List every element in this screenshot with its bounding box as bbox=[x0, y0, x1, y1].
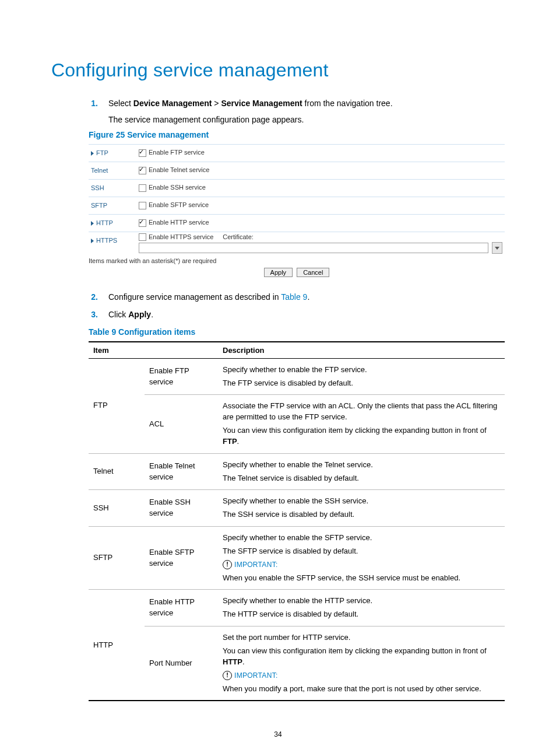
enable-https-label: Enable HTTPS service bbox=[149, 233, 213, 240]
group-ssh: SSH bbox=[89, 490, 145, 527]
desc-sftp-1: Specify whether to enable the SFTP servi… bbox=[223, 533, 500, 544]
step-1-frag-d: Service Management bbox=[221, 99, 302, 108]
item-enable-ssh: Enable SSH service bbox=[145, 490, 218, 527]
item-enable-sftp: Enable SFTP service bbox=[145, 527, 218, 590]
expand-icon[interactable] bbox=[91, 221, 94, 226]
service-management-panel: FTP Enable FTP service Telnet Enable Tel… bbox=[89, 144, 505, 278]
http-row-label[interactable]: HTTP bbox=[91, 219, 139, 226]
desc-sftp-3: When you enable the SFTP service, the SS… bbox=[223, 573, 500, 584]
desc-ssh-2: The SSH service is disabled by default. bbox=[223, 509, 500, 520]
enable-sftp-label: Enable SFTP service bbox=[149, 201, 209, 208]
enable-ftp-label: Enable FTP service bbox=[149, 149, 205, 156]
ssh-row-label: SSH bbox=[91, 184, 139, 191]
item-enable-telnet: Enable Telnet service bbox=[145, 453, 218, 490]
enable-http-label: Enable HTTP service bbox=[149, 219, 209, 226]
table-9-link[interactable]: Table 9 bbox=[281, 292, 307, 302]
step-3-frag-b: Apply bbox=[128, 310, 151, 319]
certificate-label: Certificate: bbox=[223, 233, 254, 240]
expand-icon[interactable] bbox=[91, 151, 94, 156]
important-label: IMPORTANT: bbox=[234, 671, 278, 680]
step-1-frag-b: Device Management bbox=[133, 99, 212, 108]
enable-telnet-label: Enable Telnet service bbox=[149, 166, 209, 173]
enable-sftp-checkbox[interactable] bbox=[139, 202, 146, 209]
desc-ftp-enable-2: The FTP service is disabled by default. bbox=[223, 378, 500, 389]
th-item: Item bbox=[89, 342, 218, 359]
step-1-sub: The service management configuration pag… bbox=[108, 115, 505, 124]
figure-25-caption: Figure 25 Service management bbox=[89, 130, 505, 139]
step-2-frag-b: . bbox=[307, 292, 309, 302]
desc-sftp-2: The SFTP service is disabled by default. bbox=[223, 546, 500, 557]
step-1-text: Select Device Management > Service Manag… bbox=[108, 97, 505, 110]
configuration-items-table: Item Description FTP Enable FTP service … bbox=[89, 341, 505, 702]
page-number: 34 bbox=[0, 730, 556, 738]
group-telnet: Telnet bbox=[89, 453, 145, 490]
item-enable-http: Enable HTTP service bbox=[145, 590, 218, 626]
step-3-frag-c: . bbox=[151, 310, 153, 319]
enable-ftp-checkbox[interactable] bbox=[139, 149, 146, 157]
ftp-row-label[interactable]: FTP bbox=[91, 149, 139, 156]
https-row-label[interactable]: HTTPS bbox=[91, 233, 139, 244]
group-sftp: SFTP bbox=[89, 527, 145, 590]
step-1-frag-a: Select bbox=[108, 99, 133, 108]
https-label-text: HTTPS bbox=[96, 237, 117, 244]
apply-button[interactable]: Apply bbox=[264, 268, 293, 277]
step-1-frag-e: from the navigation tree. bbox=[302, 99, 393, 108]
important-label: IMPORTANT: bbox=[234, 561, 278, 569]
http-label-text: HTTP bbox=[96, 219, 113, 226]
step-3-text: Click Apply. bbox=[108, 309, 505, 321]
important-icon: ! bbox=[223, 671, 232, 680]
step-3-frag-a: Click bbox=[108, 310, 128, 319]
item-ftp-acl: ACL bbox=[145, 395, 218, 453]
desc-ftp-enable-1: Specify whether to enable the FTP servic… bbox=[223, 365, 500, 376]
step-1-number: 1. bbox=[89, 97, 98, 110]
desc-http-port-3: When you modify a port, make sure that t… bbox=[223, 684, 500, 695]
enable-ssh-label: Enable SSH service bbox=[149, 184, 206, 191]
ftp-label-text: FTP bbox=[96, 149, 108, 156]
table-9-caption: Table 9 Configuration items bbox=[89, 327, 505, 337]
certificate-input[interactable] bbox=[139, 243, 488, 253]
certificate-dropdown-button[interactable] bbox=[492, 242, 502, 254]
cancel-button[interactable]: Cancel bbox=[297, 268, 329, 277]
enable-ssh-checkbox[interactable] bbox=[139, 184, 146, 192]
item-enable-ftp: Enable FTP service bbox=[145, 358, 218, 395]
step-2-text: Configure service management as describe… bbox=[108, 291, 505, 304]
enable-http-checkbox[interactable] bbox=[139, 219, 146, 227]
desc-http-enable-2: The HTTP service is disabled by default. bbox=[223, 609, 500, 620]
telnet-row-label: Telnet bbox=[91, 167, 139, 174]
group-http: HTTP bbox=[89, 590, 145, 701]
desc-http-enable-1: Specify whether to enable the HTTP servi… bbox=[223, 596, 500, 607]
step-1-frag-c: > bbox=[212, 99, 221, 108]
desc-ftp-acl-1: Associate the FTP service with an ACL. O… bbox=[223, 401, 500, 423]
group-ftp: FTP bbox=[89, 358, 145, 453]
step-2-number: 2. bbox=[89, 291, 98, 304]
required-note: Items marked with an asterisk(*) are req… bbox=[89, 257, 505, 264]
sftp-row-label: SFTP bbox=[91, 202, 139, 209]
item-http-port: Port Number bbox=[145, 626, 218, 701]
desc-http-port-2: You can view this configuration item by … bbox=[223, 646, 500, 668]
important-icon: ! bbox=[223, 560, 232, 569]
desc-http-port-1: Set the port number for HTTP service. bbox=[223, 632, 500, 643]
page-title: Configuring service management bbox=[51, 60, 505, 81]
desc-ftp-acl-2: You can view this configuration item by … bbox=[223, 425, 500, 447]
step-2-frag-a: Configure service management as describe… bbox=[108, 292, 281, 302]
desc-ssh-1: Specify whether to enable the SSH servic… bbox=[223, 496, 500, 507]
step-3-number: 3. bbox=[89, 309, 98, 321]
desc-telnet-2: The Telnet service is disabled by defaul… bbox=[223, 473, 500, 484]
expand-icon[interactable] bbox=[91, 239, 94, 243]
enable-https-checkbox[interactable] bbox=[139, 233, 146, 241]
th-description: Description bbox=[218, 342, 505, 359]
enable-telnet-checkbox[interactable] bbox=[139, 167, 146, 174]
desc-telnet-1: Specify whether to enable the Telnet ser… bbox=[223, 460, 500, 471]
